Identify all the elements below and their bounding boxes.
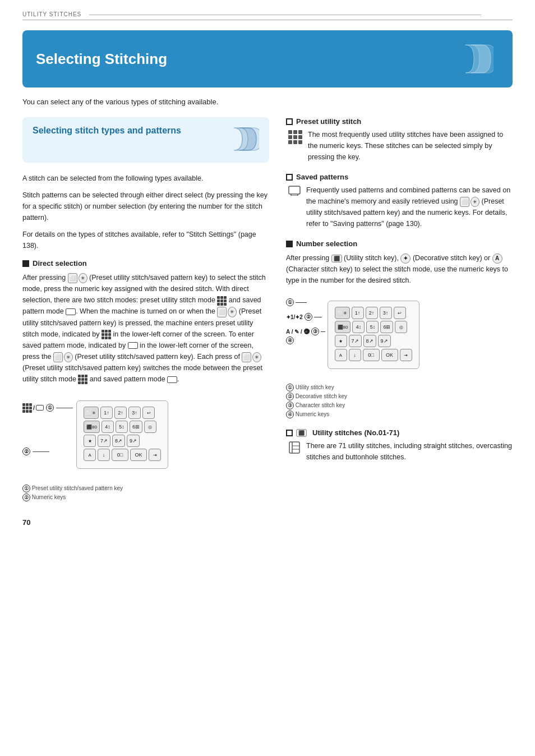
right-column: Preset utility stitch	[286, 117, 513, 527]
utility-stitches-section: ⬛ Utility stitches (No.01-71) There are …	[286, 428, 513, 463]
body-text-1: A stitch can be selected from the follow…	[22, 173, 269, 184]
saved-patterns-section: Saved patterns Frequently used patterns …	[286, 173, 513, 229]
main-title: Selecting Stitching	[36, 50, 167, 68]
d2-label-2: ②	[305, 313, 312, 321]
utility-stitches-content: There are 71 utility stitches, including…	[286, 440, 513, 463]
section-box: Selecting stitch types and patterns	[22, 117, 269, 163]
d2-label-4: ④	[286, 336, 294, 344]
diagram1-legend: ① Preset utility stitch/saved pattern ke…	[22, 485, 269, 501]
preset-utility-content: The most frequently used utility stitche…	[286, 129, 513, 163]
saved-patterns-content: Frequently used patterns and combined pa…	[286, 185, 513, 229]
section-box-title: Selecting stitch types and patterns	[33, 125, 181, 137]
svg-rect-0	[289, 186, 300, 194]
utility-stitches-icon: ⬛	[296, 429, 307, 437]
diagram2-legend: ① Utility stitch key ② Decorative stitch…	[286, 384, 513, 418]
intro-text: You can select any of the various types …	[22, 98, 513, 106]
saved-patterns-text: Frequently used patterns and combined pa…	[306, 185, 513, 229]
preset-utility-heading: Preset utility stitch	[286, 117, 513, 126]
legend-1: ①	[22, 485, 30, 492]
body-text-2: Stitch patterns can be selected through …	[22, 190, 269, 223]
empty-square-icon-3	[286, 430, 293, 436]
preset-icon	[288, 130, 302, 144]
empty-square-icon-1	[286, 118, 293, 125]
diagram2-labels: ① ✦1/✦2 ② A / ✎ / 🅐 ③ ④	[286, 293, 325, 344]
number-selection-text: After pressing ⬛ (Utility stitch key), ✦…	[286, 252, 513, 286]
label-circle-1: ①	[46, 404, 54, 412]
top-bar: UTILITY STITCHES	[22, 11, 513, 20]
svg-rect-4	[289, 442, 299, 453]
number-selection-heading: Number selection	[286, 239, 513, 248]
heading-square-icon	[22, 260, 29, 267]
preset-utility-section: Preset utility stitch	[286, 117, 513, 163]
saved-patterns-heading: Saved patterns	[286, 173, 513, 181]
main-title-box: Selecting Stitching	[22, 30, 513, 87]
direct-selection-heading: Direct selection	[22, 259, 269, 268]
heading-square-icon-2	[286, 241, 293, 247]
page-container: UTILITY STITCHES Selecting Stitching You…	[0, 0, 535, 756]
direct-selection-label: Direct selection	[33, 259, 87, 268]
d2-label-3: ③	[311, 328, 319, 335]
utility-stitches-label: Utility stitches (No.01-71)	[312, 428, 399, 437]
body-text-3: For details on the types of stitches ava…	[22, 229, 269, 251]
title-chevron-icon	[460, 39, 499, 79]
saved-patterns-label: Saved patterns	[296, 173, 348, 181]
left-column: Selecting stitch types and patterns A st…	[22, 117, 269, 527]
keyboard-grid-2: ⬜✳ 1↑ 2↑ 3↑ ↩ ⬛80 4↕ 5↕ 6⊞ ◎	[328, 301, 419, 369]
two-col-layout: Selecting stitch types and patterns A st…	[22, 117, 513, 527]
utility-stitches-text: There are 71 utility stitches, including…	[306, 440, 513, 463]
preset-utility-label: Preset utility stitch	[296, 117, 361, 126]
page-number: 70	[22, 518, 269, 527]
keyboard-grid-1: ⬜✳ 1↑ 2↑ 3↑ ↩ ⬛80 4↕ 5↕ 6⊞ ◎	[76, 400, 168, 469]
empty-square-icon-2	[286, 174, 293, 181]
keyboard-diagram-2: ① ✦1/✦2 ② A / ✎ / 🅐 ③ ④	[286, 293, 513, 377]
diagram1-labels: / ① ②	[22, 393, 73, 459]
number-selection-label: Number selection	[296, 239, 357, 248]
d2-label-1: ①	[286, 298, 294, 306]
utility-stitches-heading: ⬛ Utility stitches (No.01-71)	[286, 428, 513, 437]
preset-utility-text: The most frequently used utility stitche…	[308, 129, 513, 163]
keyboard-diagram-1: / ① ②	[22, 393, 269, 477]
section-chevron-icon	[231, 125, 259, 155]
top-bar-text: UTILITY STITCHES	[22, 11, 81, 17]
label-circle-2: ②	[22, 448, 30, 455]
saved-icon	[288, 186, 301, 197]
direct-selection-body: After pressing ⬜ ✳ (Preset utility stitc…	[22, 272, 269, 385]
utility-stitches-icon-symbol	[288, 441, 301, 455]
legend-2: ②	[22, 494, 30, 501]
